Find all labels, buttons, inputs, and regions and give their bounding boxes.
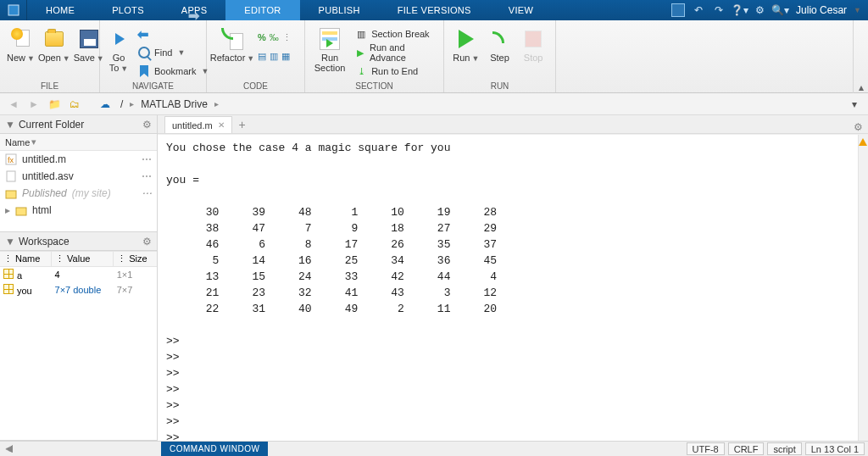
file-row[interactable]: ▸ html [0,202,157,219]
ws-col-name[interactable]: ⋮ Name [0,252,52,267]
code-analyzer-strip [858,135,868,441]
address-bar: ◄ ► 📁 🗂 ☁ / ▸ MATLAB Drive ▸ ▾ [0,93,868,115]
workspace-row[interactable]: a41×1 [0,267,157,283]
collapse-icon[interactable]: ▼ [5,236,15,247]
search-icon[interactable]: 🔍▾ [771,2,789,19]
user-menu[interactable]: Julio Cesar▼ [796,4,861,16]
warning-icon[interactable] [859,138,867,146]
toolstrip-tab-home[interactable]: HOME [27,0,93,20]
nav-fwd-button[interactable]: ➡ [185,7,203,24]
more-icon[interactable]: ⋯ [142,187,152,199]
file-icon [15,204,27,216]
close-icon[interactable]: ✕ [218,120,225,130]
toolstrip-tab-file-versions[interactable]: FILE VERSIONS [379,0,490,20]
code-tool-2[interactable]: ▤ ▥ ▦ [254,47,295,64]
svg-rect-5 [16,208,26,215]
path-root[interactable]: / [117,98,126,110]
ribbon-collapse-button[interactable]: ▴ [853,20,868,93]
toolstrip-ribbon: New▼ Open▼ Save▼ FILE Go To▼ ⬅ Find▼ Boo… [0,20,868,93]
column-header-name[interactable]: Name ▾ [0,134,157,151]
file-name: html [32,204,52,216]
more-icon[interactable]: ⋯ [142,153,152,165]
new-button[interactable]: New▼ [7,24,35,64]
group-label-section: SECTION [312,81,437,92]
status-filetype[interactable]: script [767,442,801,455]
redo-icon[interactable]: ↷ [709,2,728,19]
status-eol[interactable]: CRLF [728,442,765,455]
undo-icon[interactable]: ↶ [689,2,708,19]
address-dropdown-icon[interactable]: ▾ [846,96,863,113]
file-name: untitled.m [22,153,66,165]
panel-title: Current Folder [19,119,84,131]
section-break-button[interactable]: ▥Section Break [351,25,437,42]
workspace-table: ⋮ Name⋮ Value⋮ Size a41×1you7×7 double7×… [0,251,157,298]
path-drive[interactable]: MATLAB Drive [137,98,210,110]
toolstrip-tab-plots[interactable]: PLOTS [93,0,163,20]
collapse-icon[interactable]: ▼ [5,119,15,131]
folder-tree-icon[interactable]: 🗂 [66,96,83,113]
app-logo[interactable] [0,0,27,20]
svg-text:fx: fx [8,156,14,164]
group-label-navigate: NAVIGATE [107,81,199,92]
chevron-right-icon: ▸ [130,99,134,108]
ws-col-value[interactable]: ⋮ Value [52,252,114,267]
status-position[interactable]: Ln 13 Col 1 [805,442,865,455]
file-row[interactable]: Published (my site)⋯ [0,185,157,202]
toolstrip-tab-editor[interactable]: EDITOR [225,0,299,20]
editor-tabs: untitled.m✕ + ⚙ [158,115,868,134]
file-icon: fx [5,153,17,165]
settings-icon[interactable]: ⚙ [750,2,769,19]
workspace-row[interactable]: you7×7 double7×7 [0,282,157,298]
file-icon [5,170,17,182]
run-to-end-button[interactable]: ⤓Run to End [351,63,437,80]
quick-save-icon[interactable] [669,2,687,19]
goto-button[interactable]: Go To▼ [107,24,131,74]
run-advance-button[interactable]: ▶Run and Advance [351,44,437,61]
cloud-icon[interactable]: ☁ [97,96,114,113]
new-tab-button[interactable]: + [234,118,251,133]
group-label-file: FILE [7,81,92,92]
find-button[interactable]: Find▼ [134,44,212,61]
toolstrip-tab-view[interactable]: VIEW [490,0,552,20]
status-bar: ⯇ COMMAND WINDOW UTF-8 CRLF script Ln 13… [0,441,868,456]
file-row[interactable]: untitled.asv⋯ [0,168,157,185]
svg-rect-3 [7,171,15,181]
group-label-run: RUN [451,81,548,92]
nav-fwd-icon[interactable]: ► [25,96,42,113]
stop-button[interactable]: Stop [518,24,548,63]
help-icon[interactable]: ❔▾ [730,2,748,19]
panel-title: Workspace [19,236,70,247]
editor-tab[interactable]: untitled.m✕ [164,116,232,133]
bookmark-button[interactable]: Bookmark▼ [134,63,212,80]
svg-rect-4 [6,191,16,198]
current-folder-panel: ▼Current Folder⚙ Name ▾ fxuntitled.m⋯unt… [0,115,157,232]
run-button[interactable]: Run▼ [451,24,481,64]
open-button[interactable]: Open▼ [38,24,70,64]
command-window-output[interactable]: You chose the case 4 a magic square for … [158,134,868,441]
code-tool-1[interactable]: % ‰ ⋮ [254,29,295,46]
run-section-button[interactable]: Run Section [312,24,348,73]
workspace-panel: ▼Workspace⚙ ⋮ Name⋮ Value⋮ Size a41×1you… [0,232,157,441]
nav-back-button[interactable]: ⬅ [134,25,212,42]
more-icon[interactable]: ⋯ [142,170,152,182]
group-label-code: CODE [214,81,298,92]
ws-col-size[interactable]: ⋮ Size [114,252,157,267]
refactor-button[interactable]: Refactor▼ [214,24,251,64]
status-command-window[interactable]: COMMAND WINDOW [161,442,268,457]
gear-icon[interactable]: ⚙ [854,121,863,133]
status-encoding[interactable]: UTF-8 [687,442,725,455]
expand-left-icon[interactable]: ⯇ [5,444,14,454]
gear-icon[interactable]: ⚙ [142,119,152,131]
file-name: untitled.asv [22,170,74,182]
file-icon [5,187,17,199]
toolstrip-tabs: HOMEPLOTSAPPSEDITORPUBLISHFILE VERSIONSV… [0,0,868,20]
file-name: Published [22,187,67,199]
toolstrip-tab-publish[interactable]: PUBLISH [300,0,379,20]
nav-back-icon[interactable]: ◄ [5,96,22,113]
step-button[interactable]: Step [485,24,515,63]
svg-rect-0 [8,5,19,15]
file-row[interactable]: fxuntitled.m⋯ [0,151,157,168]
chevron-right-icon: ▸ [214,99,219,108]
gear-icon[interactable]: ⚙ [142,236,152,247]
folder-up-icon[interactable]: 📁 [46,96,63,113]
